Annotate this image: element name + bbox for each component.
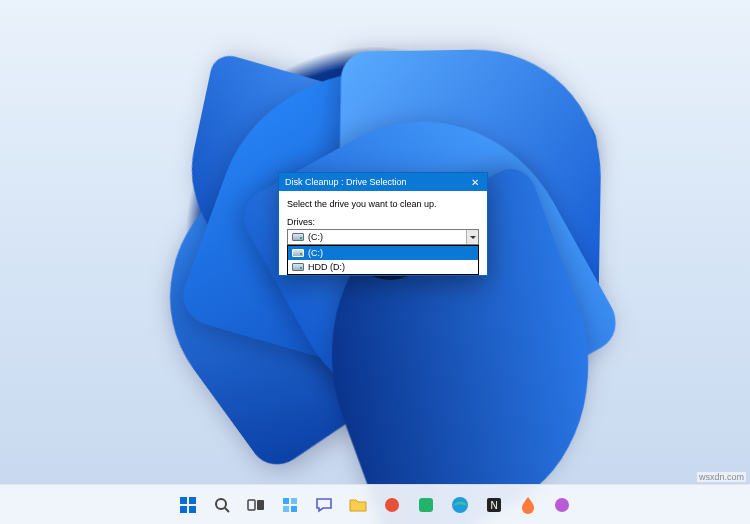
widgets-button[interactable] xyxy=(276,491,304,519)
droplet-icon xyxy=(518,495,538,515)
drives-selected-value: (C:) xyxy=(308,232,323,242)
drives-combobox-field[interactable]: (C:) xyxy=(287,229,479,245)
svg-line-5 xyxy=(225,508,229,512)
disk-cleanup-drive-selection-dialog: Disk Cleanup : Drive Selection ✕ Select … xyxy=(278,172,488,276)
app-icon xyxy=(382,495,402,515)
svg-rect-17 xyxy=(555,498,569,512)
watermark: wsxdn.com xyxy=(697,472,746,482)
edge-button[interactable] xyxy=(446,491,474,519)
dialog-instruction: Select the drive you want to clean up. xyxy=(287,199,479,209)
dialog-body: Select the drive you want to clean up. D… xyxy=(279,191,487,275)
close-icon: ✕ xyxy=(471,177,479,188)
svg-rect-2 xyxy=(180,506,187,513)
taskbar-app-button[interactable]: N xyxy=(480,491,508,519)
taskbar-app-button[interactable] xyxy=(378,491,406,519)
app-icon xyxy=(552,495,572,515)
taskbar: N xyxy=(0,484,750,524)
svg-text:N: N xyxy=(490,500,497,511)
taskbar-app-button[interactable] xyxy=(514,491,542,519)
task-view-icon xyxy=(246,495,266,515)
drive-option-label: HDD (D:) xyxy=(308,262,345,272)
drive-option-label: (C:) xyxy=(308,248,323,258)
widgets-icon xyxy=(280,495,300,515)
chat-icon xyxy=(314,495,334,515)
svg-rect-0 xyxy=(180,497,187,504)
dialog-title: Disk Cleanup : Drive Selection xyxy=(285,177,407,187)
search-button[interactable] xyxy=(208,491,236,519)
drives-combobox[interactable]: (C:) (C:) HDD (D:) xyxy=(287,229,479,245)
chat-button[interactable] xyxy=(310,491,338,519)
app-icon xyxy=(416,495,436,515)
taskbar-app-button[interactable] xyxy=(548,491,576,519)
drive-icon xyxy=(292,233,304,241)
svg-rect-6 xyxy=(248,500,255,510)
svg-point-4 xyxy=(216,499,226,509)
drives-label: Drives: xyxy=(287,217,479,227)
close-button[interactable]: ✕ xyxy=(463,173,487,191)
svg-rect-3 xyxy=(189,506,196,513)
drive-option[interactable]: HDD (D:) xyxy=(288,260,478,274)
start-button[interactable] xyxy=(174,491,202,519)
folder-icon xyxy=(348,495,368,515)
svg-rect-9 xyxy=(291,498,297,504)
dialog-titlebar[interactable]: Disk Cleanup : Drive Selection ✕ xyxy=(279,173,487,191)
svg-rect-8 xyxy=(283,498,289,504)
taskbar-app-button[interactable] xyxy=(412,491,440,519)
desktop: Disk Cleanup : Drive Selection ✕ Select … xyxy=(0,0,750,524)
file-explorer-button[interactable] xyxy=(344,491,372,519)
drive-icon xyxy=(292,249,304,257)
drives-dropdown-list: (C:) HDD (D:) xyxy=(287,245,479,275)
svg-rect-7 xyxy=(257,500,264,510)
chevron-down-icon[interactable] xyxy=(466,230,478,244)
svg-point-12 xyxy=(385,498,399,512)
edge-icon xyxy=(450,495,470,515)
drive-icon xyxy=(292,263,304,271)
search-icon xyxy=(212,495,232,515)
svg-rect-10 xyxy=(283,506,289,512)
task-view-button[interactable] xyxy=(242,491,270,519)
svg-rect-11 xyxy=(291,506,297,512)
windows-logo-icon xyxy=(178,495,198,515)
svg-rect-1 xyxy=(189,497,196,504)
drive-option[interactable]: (C:) xyxy=(288,246,478,260)
app-icon: N xyxy=(484,495,504,515)
svg-rect-13 xyxy=(419,498,433,512)
